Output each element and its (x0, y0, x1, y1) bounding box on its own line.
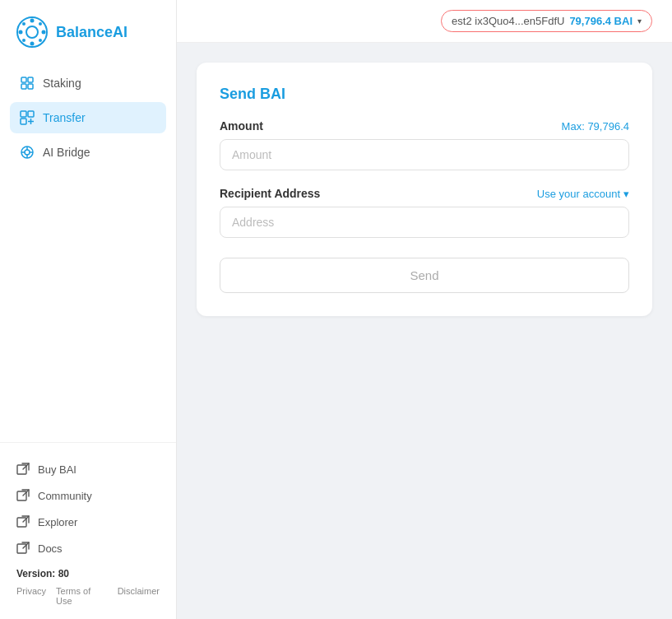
svg-point-3 (30, 42, 35, 46)
svg-rect-31 (17, 544, 26, 553)
use-account-label: Use your account (537, 188, 620, 200)
svg-point-1 (26, 26, 38, 38)
external-link-icon-docs (16, 542, 30, 555)
svg-rect-27 (17, 491, 26, 500)
sidebar-item-ai-bridge[interactable]: AI Bridge (10, 137, 166, 168)
svg-rect-10 (21, 77, 26, 82)
docs-label: Docs (38, 542, 63, 555)
community-label: Community (38, 490, 92, 502)
svg-point-7 (39, 39, 42, 42)
svg-rect-14 (21, 111, 26, 117)
svg-rect-11 (28, 77, 33, 82)
buy-bai-label: Buy BAI (38, 463, 76, 476)
transfer-icon (20, 110, 35, 125)
disclaimer-link[interactable]: Disclaimer (118, 586, 160, 606)
svg-rect-29 (17, 518, 26, 527)
sidebar-item-transfer[interactable]: Transfer (10, 102, 166, 133)
svg-rect-15 (28, 111, 34, 117)
staking-icon (20, 76, 35, 91)
chevron-down-icon: ▾ (637, 16, 642, 26)
wallet-badge[interactable]: est2 ix3Quo4...en5FdfU 79,796.4 BAI ▾ (441, 10, 652, 32)
send-button[interactable]: Send (220, 258, 629, 293)
recipient-row: Recipient Address Use your account ▾ (220, 187, 629, 200)
recipient-group: Recipient Address Use your account ▾ (220, 187, 629, 238)
external-link-icon-buy (16, 463, 30, 476)
send-title: Send BAI (220, 86, 629, 103)
svg-point-2 (30, 19, 35, 23)
svg-rect-13 (28, 84, 33, 89)
buy-bai-link[interactable]: Buy BAI (16, 456, 160, 482)
community-link[interactable]: Community (16, 482, 160, 509)
main-content: est2 ix3Quo4...en5FdfU 79,796.4 BAI ▾ Se… (177, 0, 672, 619)
sidebar-item-ai-bridge-label: AI Bridge (43, 146, 90, 159)
app-logo: BalanceAI (0, 0, 176, 67)
external-link-icon-explorer (16, 515, 30, 528)
amount-row: Amount Max: 79,796.4 (220, 119, 629, 133)
docs-link[interactable]: Docs (16, 535, 160, 561)
svg-point-20 (25, 150, 30, 155)
footer-links: Privacy Terms of Use Disclaimer (16, 586, 160, 606)
use-account-button[interactable]: Use your account ▾ (537, 188, 629, 200)
recipient-label: Recipient Address (220, 187, 320, 200)
sidebar-item-staking[interactable]: Staking (10, 67, 166, 99)
svg-point-8 (39, 22, 42, 26)
sidebar: BalanceAI Staking (0, 0, 177, 619)
send-card: Send BAI Amount Max: 79,796.4 Recipient … (197, 63, 652, 316)
svg-point-9 (22, 39, 25, 42)
sidebar-bottom: Buy BAI Community Explorer (0, 442, 176, 619)
svg-point-4 (19, 30, 23, 35)
wallet-balance: 79,796.4 BAI (569, 15, 633, 27)
privacy-link[interactable]: Privacy (16, 586, 46, 606)
ai-bridge-icon (20, 145, 35, 160)
header: est2 ix3Quo4...en5FdfU 79,796.4 BAI ▾ (177, 0, 672, 43)
svg-point-5 (42, 30, 46, 35)
max-label[interactable]: Max: 79,796.4 (562, 120, 629, 133)
version-text: Version: 80 (16, 568, 160, 579)
address-input[interactable] (220, 207, 629, 238)
amount-label: Amount (220, 119, 263, 133)
amount-input[interactable] (220, 139, 629, 170)
app-name: BalanceAI (56, 24, 127, 41)
explorer-link[interactable]: Explorer (16, 509, 160, 535)
use-account-chevron: ▾ (623, 188, 629, 200)
svg-rect-16 (21, 119, 26, 124)
svg-point-6 (22, 22, 25, 26)
svg-rect-12 (21, 84, 26, 89)
logo-icon (16, 16, 48, 48)
terms-link[interactable]: Terms of Use (56, 586, 108, 606)
sidebar-item-transfer-label: Transfer (43, 111, 86, 124)
svg-rect-25 (17, 465, 26, 474)
external-link-icon-community (16, 489, 30, 502)
sidebar-item-staking-label: Staking (43, 77, 81, 90)
explorer-label: Explorer (38, 516, 77, 528)
sidebar-nav: Staking Transfer (0, 67, 176, 442)
amount-group: Amount Max: 79,796.4 (220, 119, 629, 170)
wallet-address: est2 ix3Quo4...en5FdfU (452, 15, 564, 27)
content-area: Send BAI Amount Max: 79,796.4 Recipient … (177, 43, 672, 619)
